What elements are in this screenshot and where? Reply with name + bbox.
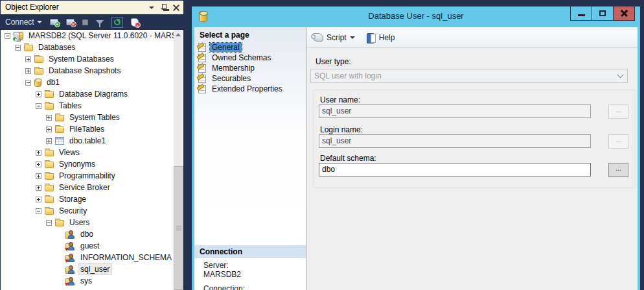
tree-item-database-diagrams[interactable]: Database Diagrams [1, 88, 174, 100]
tree-item-guest[interactable]: guest [1, 240, 174, 252]
tree-item-label[interactable]: sql_user [78, 264, 111, 274]
refresh-button[interactable] [111, 17, 123, 28]
tree-item-filetables[interactable]: FileTables [1, 123, 174, 135]
expander-plus-icon[interactable] [36, 197, 41, 202]
scroll-up-icon[interactable] [176, 33, 181, 36]
page-item-label[interactable]: Membership [210, 64, 257, 73]
close-button[interactable] [613, 6, 635, 21]
expander-plus-icon[interactable] [36, 91, 41, 97]
expander-plus-icon[interactable] [36, 150, 41, 156]
tree-item-label[interactable]: MARSDB2 (SQL Server 11.0.6020 - MARSD [27, 30, 174, 41]
tree-item-service-broker[interactable]: Service Broker [1, 182, 174, 193]
connect-server-icon[interactable] [50, 19, 58, 25]
tree-item-system-databases[interactable]: System Databases [1, 53, 174, 65]
expander-spacer [56, 278, 62, 284]
page-item-securables[interactable]: Securables [194, 73, 306, 84]
expander-minus-icon[interactable] [25, 80, 31, 86]
expander-plus-icon[interactable] [46, 138, 52, 144]
tree-item-label[interactable]: guest [78, 241, 101, 251]
expander-minus-icon[interactable] [36, 103, 41, 109]
page-item-general[interactable]: General [194, 42, 306, 53]
tree-item-label[interactable]: Views [57, 147, 82, 158]
script-button[interactable]: Script [312, 33, 355, 42]
folder-icon [34, 68, 43, 75]
expander-plus-icon[interactable] [46, 127, 52, 132]
tree-item-label[interactable]: sys [78, 276, 94, 286]
tree-item-sys[interactable]: sys [1, 275, 174, 287]
expander-minus-icon[interactable] [5, 33, 10, 39]
tree-item-views[interactable]: Views [1, 147, 174, 158]
tree-item-label[interactable]: FileTables [67, 124, 106, 134]
scrollbar-thumb[interactable] [174, 166, 183, 290]
tree-item-sql-user[interactable]: sql_user [1, 263, 174, 275]
tree-item-label[interactable]: System Databases [47, 54, 116, 64]
tree-item-label[interactable]: INFORMATION_SCHEMA [78, 252, 174, 263]
tree-item-label[interactable]: Database Diagrams [57, 89, 130, 99]
tree-item-dbo-table1[interactable]: dbo.table1 [1, 135, 174, 147]
stop-icon[interactable] [82, 19, 88, 25]
close-icon[interactable] [173, 5, 179, 11]
filter-icon[interactable] [96, 20, 104, 25]
tree-item-label[interactable]: dbo.table1 [67, 136, 108, 146]
tree-item-marsdb2-sql-server-11-0-6020-marsd[interactable]: MARSDB2 (SQL Server 11.0.6020 - MARSD [1, 30, 174, 42]
help-button[interactable]: Help [367, 33, 395, 42]
window-position-menu-icon[interactable] [149, 6, 154, 9]
tree-item-label[interactable]: Storage [57, 194, 88, 204]
folder-icon [45, 185, 54, 191]
connection-label: Connection: [203, 284, 245, 290]
expander-minus-icon[interactable] [36, 208, 41, 214]
tree-item-storage[interactable]: Storage [1, 193, 174, 205]
tree-item-label[interactable]: Users [67, 217, 91, 228]
tree-item-label[interactable]: Synonyms [57, 159, 97, 169]
tree-item-users[interactable]: Users [1, 217, 174, 228]
pin-icon[interactable] [161, 3, 167, 12]
page-item-label[interactable]: Securables [210, 74, 253, 83]
tree-item-label[interactable]: dbo [78, 229, 95, 239]
tree-item-security[interactable]: Security [1, 205, 174, 217]
expander-plus-icon[interactable] [36, 185, 41, 191]
expander-plus-icon[interactable] [46, 115, 52, 121]
expander-plus-icon[interactable] [36, 173, 41, 179]
maximize-button[interactable] [592, 6, 614, 21]
tree-item-database-snapshots[interactable]: Database Snapshots [1, 65, 174, 77]
default-schema-input[interactable]: dbo [319, 163, 591, 176]
tree-item-db1[interactable]: db1 [1, 77, 174, 88]
expander-plus-icon[interactable] [25, 68, 31, 74]
tree-item-label[interactable]: Programmability [57, 171, 117, 181]
tree-item-system-tables[interactable]: System Tables [1, 112, 174, 123]
connect-button[interactable]: Connect [5, 18, 42, 27]
tree-scrollbar[interactable] [174, 30, 183, 290]
page-item-extended-properties[interactable]: Extended Properties [194, 84, 306, 94]
script-dropdown-icon[interactable] [350, 36, 355, 39]
folder-icon [45, 208, 54, 215]
default-schema-browse-button[interactable]: ... [608, 163, 628, 177]
tree-item-programmability[interactable]: Programmability [1, 170, 174, 182]
tree-item-synonyms[interactable]: Synonyms [1, 158, 174, 170]
login-name-label: Login name: [320, 125, 363, 134]
disconnect-server-icon[interactable] [66, 19, 75, 25]
tree-item-information-schema[interactable]: INFORMATION_SCHEMA [1, 252, 174, 263]
tree-item-label[interactable]: Databases [36, 42, 77, 53]
page-item-membership[interactable]: Membership [194, 63, 306, 73]
script-error-icon[interactable] [131, 18, 139, 27]
tree-item-label[interactable]: Database Snapshots [47, 66, 122, 76]
expander-plus-icon[interactable] [25, 56, 31, 62]
page-item-label[interactable]: General [210, 43, 242, 52]
tree-item-label[interactable]: Service Broker [57, 182, 112, 193]
page-item-label[interactable]: Owned Schemas [210, 53, 273, 62]
tree-item-label[interactable]: Tables [57, 101, 84, 111]
tree-item-label[interactable]: System Tables [67, 112, 122, 123]
tree-item-databases[interactable]: Databases [1, 42, 174, 53]
page-item-label[interactable]: Extended Properties [210, 84, 284, 93]
minimize-button[interactable] [570, 6, 592, 21]
expander-plus-icon[interactable] [36, 162, 41, 167]
tree-item-label[interactable]: db1 [45, 77, 62, 88]
tree-item-label[interactable]: Security [57, 206, 89, 216]
page-item-owned-schemas[interactable]: Owned Schemas [194, 53, 306, 63]
tree-item-tables[interactable]: Tables [1, 100, 174, 112]
expander-minus-icon[interactable] [46, 220, 52, 226]
tree-item-dbo[interactable]: dbo [1, 228, 174, 240]
user-denied-icon [65, 277, 75, 285]
dialog-titlebar[interactable]: Database User - sql_user [192, 6, 640, 27]
expander-minus-icon[interactable] [15, 45, 21, 51]
